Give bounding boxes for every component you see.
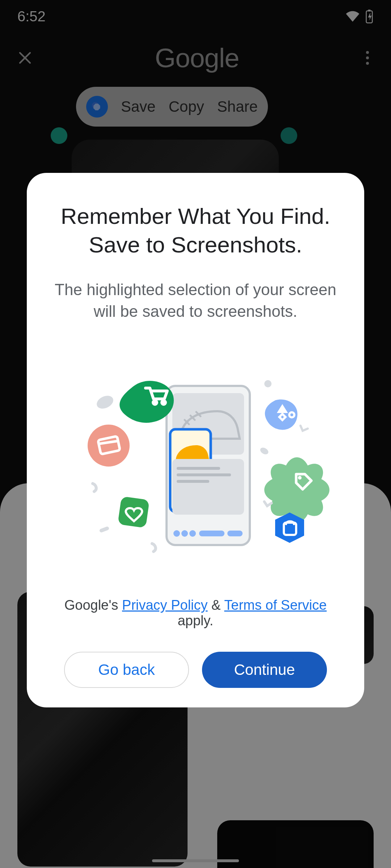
dialog-title-line1: Remember What You Find. [61,204,330,229]
svg-rect-14 [227,531,243,536]
dialog-button-row: Go back Continue [46,652,345,688]
svg-point-10 [173,530,180,537]
dialog-title: Remember What You Find. Save to Screensh… [46,202,345,259]
svg-rect-20 [118,496,150,528]
legal-amp: & [208,597,224,613]
svg-rect-8 [177,473,231,476]
svg-point-25 [94,393,115,411]
svg-point-26 [264,380,272,387]
privacy-policy-link[interactable]: Privacy Policy [122,597,208,613]
svg-rect-7 [177,467,220,470]
svg-point-11 [181,530,188,537]
svg-point-12 [189,530,196,537]
legal-suffix: apply. [178,613,214,628]
dialog-title-line2: Save to Screenshots. [89,232,302,257]
dialog-subtitle: The highlighted selection of your screen… [46,279,345,323]
terms-of-service-link[interactable]: Terms of Service [224,597,327,613]
legal-prefix: Google's [64,597,122,613]
svg-point-17 [88,425,130,467]
dialog-illustration [46,333,345,590]
svg-point-27 [259,446,270,456]
go-back-button[interactable]: Go back [64,652,189,688]
continue-button[interactable]: Continue [202,652,327,688]
svg-point-23 [298,476,302,480]
svg-rect-9 [177,480,209,483]
svg-rect-13 [199,531,224,536]
save-to-screenshots-dialog: Remember What You Find. Save to Screensh… [27,173,364,707]
gesture-nav-bar[interactable] [152,859,239,862]
svg-point-16 [162,401,165,404]
svg-point-15 [153,401,157,404]
dialog-legal-text: Google's Privacy Policy & Terms of Servi… [46,597,345,629]
